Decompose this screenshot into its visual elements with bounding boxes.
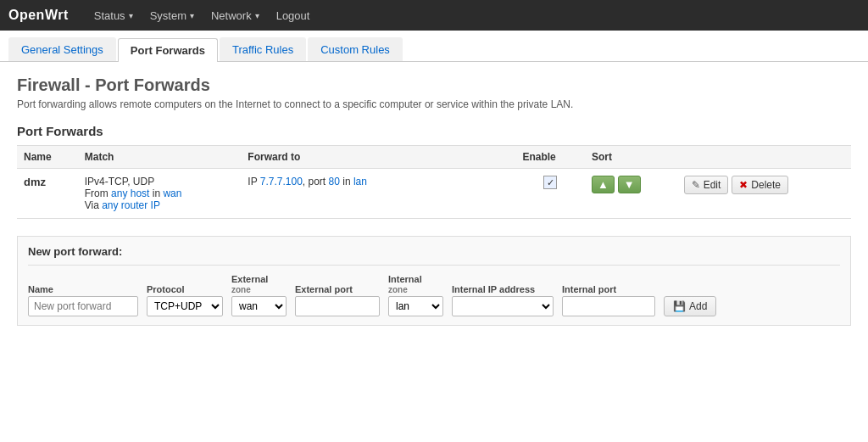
match-via-link[interactable]: any router IP — [102, 199, 160, 211]
tab-general-settings[interactable]: General Settings — [8, 37, 116, 61]
row-actions: ✎ Edit ✖ Delete — [684, 176, 844, 194]
enable-checkbox[interactable] — [543, 176, 557, 189]
add-icon: 💾 — [673, 300, 686, 312]
sort-down-button[interactable]: ▼ — [618, 176, 641, 193]
external-port-label: External port — [295, 284, 380, 294]
sort-buttons: ▲ ▼ — [592, 176, 670, 193]
match-from: From any host in wan — [85, 187, 235, 199]
internal-zone-sublabel: zone — [388, 285, 408, 294]
rule-name: dmz — [24, 176, 46, 188]
col-forward-to: Forward to — [241, 146, 515, 169]
new-pf-title: New port forward: — [28, 245, 840, 258]
delete-button[interactable]: ✖ Delete — [732, 176, 788, 194]
table-row: dmz IPv4-TCP, UDP From any host in wan V… — [17, 169, 851, 219]
nav-logout[interactable]: Logout — [268, 0, 319, 31]
internal-ip-field-group: Internal IP address — [452, 284, 554, 316]
protocol-field-group: Protocol TCP+UDPTCPUDPOther — [147, 284, 223, 316]
port-forwards-table: Name Match Forward to Enable Sort dmz IP… — [17, 145, 851, 219]
edit-button[interactable]: ✎ Edit — [684, 176, 729, 194]
tab-traffic-rules[interactable]: Traffic Rules — [220, 37, 306, 61]
internal-ip-select[interactable] — [452, 296, 554, 316]
match-from-link[interactable]: any host — [111, 187, 149, 199]
tab-bar: General Settings Port Forwards Traffic R… — [0, 31, 868, 62]
col-match: Match — [78, 146, 242, 169]
external-zone-select[interactable]: wanlan — [231, 296, 287, 316]
external-zone-label: External zone — [231, 274, 287, 294]
forward-zone-link[interactable]: lan — [353, 176, 367, 187]
tab-custom-rules[interactable]: Custom Rules — [308, 37, 403, 61]
internal-port-label: Internal port — [562, 284, 655, 294]
internal-zone-field-group: Internal zone lanwan — [388, 274, 443, 316]
delete-icon: ✖ — [739, 179, 748, 191]
col-name: Name — [17, 146, 78, 169]
page-description: Port forwarding allows remote computers … — [17, 98, 851, 110]
protocol-label: Protocol — [147, 284, 223, 294]
tab-port-forwards[interactable]: Port Forwards — [118, 38, 218, 62]
match-protocol: IPv4-TCP, UDP — [85, 176, 235, 187]
forward-ip-label: IP — [248, 176, 259, 187]
nav-status[interactable]: Status ▾ — [86, 0, 142, 31]
col-sort: Sort — [585, 146, 677, 169]
col-enable: Enable — [515, 146, 585, 169]
nav-network[interactable]: Network ▾ — [203, 0, 268, 31]
nav-system[interactable]: System ▾ — [142, 0, 203, 31]
forward-ip-link[interactable]: 7.7.7.100 — [260, 176, 303, 187]
col-actions — [677, 146, 851, 169]
sort-up-button[interactable]: ▲ — [592, 176, 615, 193]
internal-zone-select[interactable]: lanwan — [388, 296, 443, 316]
name-field-group: Name — [28, 284, 138, 316]
main-content: Firewall - Port Forwards Port forwarding… — [0, 62, 868, 442]
brand-logo: OpenWrt — [8, 8, 69, 23]
external-port-input[interactable] — [295, 296, 380, 316]
name-input[interactable] — [28, 296, 138, 316]
external-zone-field-group: External zone wanlan — [231, 274, 287, 316]
add-button-group: x 💾 Add — [664, 284, 716, 316]
new-port-forward-section: New port forward: Name Protocol TCP+UDPT… — [17, 236, 851, 326]
protocol-select[interactable]: TCP+UDPTCPUDPOther — [147, 296, 223, 316]
forward-port-link[interactable]: 80 — [329, 176, 340, 187]
system-dropdown-arrow: ▾ — [190, 11, 194, 20]
internal-ip-label: Internal IP address — [452, 284, 554, 294]
internal-zone-label: Internal zone — [388, 274, 443, 294]
internal-port-field-group: Internal port — [562, 284, 655, 316]
external-zone-sublabel: zone — [231, 285, 251, 294]
match-in-link[interactable]: wan — [163, 187, 181, 199]
page-title: Firewall - Port Forwards — [17, 76, 851, 95]
edit-icon: ✎ — [692, 179, 700, 191]
match-via: Via any router IP — [85, 199, 235, 211]
name-label: Name — [28, 284, 138, 294]
internal-port-input[interactable] — [562, 296, 655, 316]
section-title: Port Forwards — [17, 124, 851, 138]
top-navbar: OpenWrt Status ▾ System ▾ Network ▾ Logo… — [0, 0, 868, 31]
status-dropdown-arrow: ▾ — [129, 11, 133, 20]
network-dropdown-arrow: ▾ — [255, 11, 259, 20]
add-button[interactable]: 💾 Add — [664, 296, 716, 316]
external-port-field-group: External port — [295, 284, 380, 316]
